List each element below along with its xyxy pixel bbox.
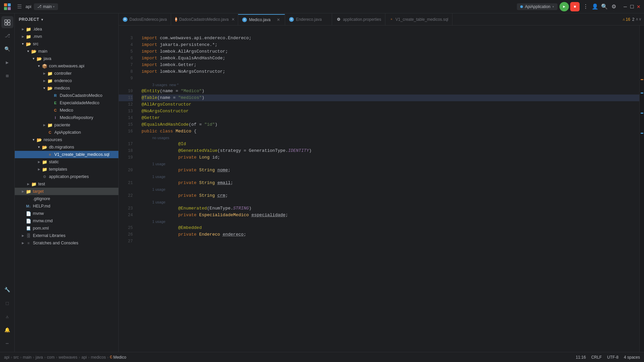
java-class-tab-icon: C [289,17,294,22]
more-tools-icon[interactable]: ⋯ [1,337,13,349]
breadcrumb: api › src › main › java › com › webwaves… [4,355,126,360]
code-line: @EqualsAndHashCode(of = "id") [142,121,639,128]
sidebar-item-MedicoRepository[interactable]: I MedicoRepository [15,114,118,121]
sidebar-item-application-properties[interactable]: ⚙ application.properties [15,173,118,180]
run-debug-icon[interactable]: ▶ [1,56,13,68]
code-line [142,28,639,35]
code-area[interactable]: import com.webwaves.api.endereco.Enderec… [136,25,639,352]
plugins-icon[interactable]: ⊞ [1,70,13,82]
close-button[interactable]: ✕ [636,4,641,9]
settings-icon[interactable]: ⚙ [609,2,619,11]
sidebar-item-static[interactable]: ▶ 📁 static [15,158,118,166]
sidebar-item-target[interactable]: ▶ 📁 target [15,188,118,195]
sidebar-item-test[interactable]: ▶ 📁 test [15,180,118,188]
breadcrumb-item-api2[interactable]: api [82,355,87,360]
sidebar-item-idea[interactable]: ▶ 📁 .idea [15,25,118,33]
tab-V1-sql[interactable]: ≡ V1_create_table_medicos.sql [385,13,452,25]
run-config[interactable]: ApiApplication ▾ [517,3,557,10]
svg-rect-2 [4,7,7,10]
sidebar-item-db-migrations[interactable]: ▼ 📂 db.migrations [15,143,118,151]
sidebar-item-gitignore[interactable]: · .gitignore [15,195,118,202]
indent-indicator[interactable]: 4 spaces [624,355,640,360]
problems-icon[interactable]: ⚠ [1,310,13,322]
sidebar-item-help-md[interactable]: M↓ HELP.md [15,202,118,210]
folder-icon: 📁 [47,78,53,83]
search-icon[interactable]: 🔍 [600,2,609,11]
minimize-button[interactable]: ─ [623,4,628,9]
stop-button[interactable]: ■ [570,2,580,11]
breadcrumb-item-main[interactable]: main [23,355,32,360]
tools-icon[interactable]: 🔧 [1,284,13,296]
folder-arrow-icon: ▼ [36,145,42,149]
sidebar-item-controller[interactable]: ▶ 📁 controller [15,70,118,77]
hamburger-icon[interactable]: ☰ [15,2,24,11]
breadcrumb-sep: › [79,355,80,360]
sidebar-item-mvnw[interactable]: 📄 mvnw [15,210,118,217]
breadcrumb-item-src[interactable]: src [13,355,19,360]
encoding-indicator[interactable]: UTF-8 [607,355,619,360]
run-button[interactable]: ▶ [559,2,569,11]
sidebar-item-src[interactable]: ▼ 📂 src [15,40,118,48]
breadcrumb-item-com[interactable]: com [47,355,55,360]
xml-file-icon: 📃 [25,226,32,231]
sidebar-item-templates[interactable]: ▶ 📁 templates [15,166,118,173]
more-actions-icon[interactable]: ⋮ [581,2,590,11]
user-icon[interactable]: 👤 [590,2,600,11]
breadcrumb-item-webwaves[interactable]: webwaves [59,355,77,360]
branch-selector[interactable]: ⎇ main ▾ [34,3,58,10]
terminal-icon[interactable]: ⬚ [1,297,13,309]
sidebar-item-V1-sql[interactable]: ≡ V1_create_table_medicos.sql [15,151,118,158]
tab-label: application.properties [343,17,381,22]
folder-icon: 📁 [25,27,32,32]
tab-close-icon[interactable]: ✕ [276,17,281,22]
notifications-icon[interactable]: 🔔 [1,324,13,336]
code-line: import lombok.AllArgsConstructor; [142,48,639,55]
nav-up-icon[interactable]: ∧ [636,17,638,22]
sidebar-item-java[interactable]: ▼ 📂 java [15,55,118,62]
sidebar-item-paciente[interactable]: ▶ 📁 paciente [15,121,118,129]
tab-DadosEndereco[interactable]: R DadosEndereco.java [119,13,171,25]
sidebar-item-Medico[interactable]: C Medico [15,107,118,114]
sql-file-icon: ≡ [47,153,53,157]
breadcrumb-item-medico-active[interactable]: C Medico [110,355,126,360]
sidebar-item-main[interactable]: ▼ 📂 main [15,48,118,55]
sidebar-item-external-libraries[interactable]: ▶ 🗄 External Libraries [15,232,118,239]
sidebar-item-mvn[interactable]: ▶ 📁 .mvn [15,33,118,40]
code-hint: 1 usage [142,161,639,167]
editor-content: 3 4 5 6 7 8 9 10 11 12 13 14 15 16 17 18… [119,25,644,352]
folder-icon: 📁 [47,71,53,76]
tab-Medico[interactable]: C Medico.java ✕ [238,13,285,25]
tab-application-properties[interactable]: ⚙ application.properties [332,13,385,25]
code-line: import lombok.Getter; [142,62,639,68]
sidebar-item-EspecialidadeMedico[interactable]: E EspecialidadeMedico [15,99,118,107]
tab-close-icon[interactable]: ✕ [231,17,235,22]
folder-icon: 📁 [31,182,37,187]
git-icon[interactable]: ⎇ [1,29,13,42]
sidebar-item-endereco[interactable]: ▶ 📁 endereco [15,77,118,84]
maximize-button[interactable]: ☐ [629,4,635,9]
java-class-tab-icon: C [242,17,247,22]
java-class-icon: C [47,130,53,134]
folder-arrow-icon: ▼ [31,138,36,141]
minimap-area[interactable] [639,25,644,352]
sidebar-item-package[interactable]: ▼ 📦 com.webwaves.api [15,62,118,70]
line-col-indicator[interactable]: 11:16 [576,355,586,360]
sidebar-item-scratches[interactable]: ▶ ≡ Scratches and Consoles [15,239,118,247]
hint-count: 2 [632,17,635,22]
sidebar-item-medicos[interactable]: ▼ 📂 medicos [15,84,118,92]
explorer-icon[interactable] [1,16,13,28]
breadcrumb-item-medicos[interactable]: medicos [91,355,106,360]
breadcrumb-item-java[interactable]: java [36,355,43,360]
sidebar-item-DadosCadastroMedico[interactable]: R DadosCadastroMedico [15,92,118,99]
sidebar-item-ApiApplication[interactable]: C ApiApplication [15,129,118,136]
breadcrumb-item-api[interactable]: api [4,355,9,360]
tab-DadosCadastroMedico[interactable]: R DadosCadastroMedico.java ✕ [171,13,238,25]
sidebar-item-resources[interactable]: ▼ 📂 resources [15,136,118,143]
tab-Endereco[interactable]: C Endereco.java [285,13,332,25]
line-ending-indicator[interactable]: CRLF [591,355,602,360]
sidebar-item-mvnw-cmd[interactable]: 📄 mvnw.cmd [15,217,118,225]
sidebar-item-pom-xml[interactable]: 📃 pom.xml [15,225,118,232]
nav-down-icon[interactable]: ∨ [639,17,641,22]
find-icon[interactable]: 🔍 [1,43,13,55]
folder-icon: 📁 [42,160,48,165]
